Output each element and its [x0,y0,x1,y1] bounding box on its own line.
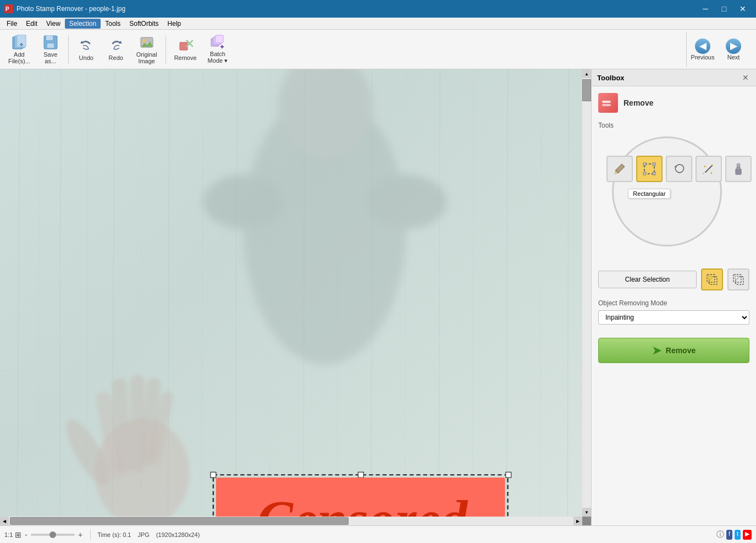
stamp-tool-button[interactable] [725,156,752,182]
svg-rect-53 [358,472,363,478]
window-title: Photo Stamp Remover - people-1.jpg [16,5,125,13]
redo-button[interactable]: Redo [102,32,130,67]
scroll-up-arrow[interactable]: ▲ [582,69,591,78]
tools-row: Rectangular ✦ [606,156,752,182]
photo-scene: Censored [0,69,582,517]
scroll-down-arrow[interactable]: ▼ [582,508,591,517]
toolbar-sep-2 [165,35,166,64]
zoom-plus-button[interactable]: + [77,530,84,539]
original-image-button[interactable]: Original Image [131,32,162,67]
undo-icon [79,38,94,53]
remove-action-button[interactable]: ➤ Remove [598,338,749,363]
svg-rect-64 [653,163,655,166]
add-files-label2: File(s)... [8,58,30,64]
add-selection-button[interactable] [701,268,723,290]
format-display: JPG [137,531,149,538]
canvas-area[interactable]: Censored ▲ ▼ ◀ ▶ [0,69,591,525]
window-controls[interactable]: ─ □ ✕ [697,3,752,14]
title-bar: P Photo Stamp Remover - people-1.jpg ─ □… [0,0,756,18]
zoom-slider[interactable] [31,534,75,536]
svg-rect-17 [216,35,223,43]
status-bar: 1:1 ⊞ - + Time (s): 0.1 JPG (1920x1280x2… [0,525,756,543]
toolbar: Add File(s)... Save as... [0,30,756,69]
redo-icon [108,38,124,53]
scroll-thumb-v[interactable] [582,79,591,101]
svg-marker-69 [711,164,713,166]
svg-rect-74 [737,167,740,170]
previous-button[interactable]: ◀ Previous [688,32,718,67]
pencil-tool-button[interactable] [606,156,633,182]
svg-point-75 [737,163,740,167]
horizontal-scrollbar[interactable]: ◀ ▶ [0,517,582,525]
remove-section: Remove [598,93,749,113]
save-as-label2: as... [45,58,56,64]
youtube-icon[interactable]: ▶ [743,530,752,540]
svg-text:P: P [5,6,9,12]
save-as-icon [43,35,58,50]
rect-tool-button[interactable]: Rectangular [636,156,663,182]
toolbox-header: Toolbox ✕ [592,69,756,86]
object-removing-section: Object Removing Mode Inpainting [598,299,749,333]
zoom-thumb[interactable] [49,531,56,538]
remove-label: Remove [174,54,197,61]
menu-edit[interactable]: Edit [21,19,42,29]
app-icon: P [4,4,13,13]
image-container: Censored [0,69,582,517]
svg-rect-81 [735,276,738,279]
svg-point-42 [203,175,284,229]
undo-button[interactable]: Undo [72,32,101,67]
menu-tools[interactable]: Tools [101,19,125,29]
svg-text:✦: ✦ [702,172,704,175]
toolbox-close-button[interactable]: ✕ [741,73,751,83]
next-label: Next [727,54,740,61]
scroll-thumb-h[interactable] [10,517,349,525]
batch-mode-icon [210,34,225,50]
facebook-icon[interactable]: f [726,530,732,540]
svg-rect-66 [653,172,655,175]
inpainting-dropdown[interactable]: Inpainting [598,310,749,325]
remove-selection-button[interactable] [727,268,749,290]
add-files-label: Add [14,51,25,58]
menu-help[interactable]: Help [163,19,186,29]
scroll-track-h[interactable] [9,517,573,525]
clear-selection-button[interactable]: Clear Selection [598,271,697,288]
lasso-tool-button[interactable] [666,156,692,182]
svg-rect-78 [709,276,711,279]
menu-view[interactable]: View [42,19,65,29]
toolbar-group-file: Add File(s)... Save as... [3,32,65,67]
batch-mode-button[interactable]: Batch Mode ▾ [203,32,233,67]
menu-file[interactable]: File [2,19,21,29]
undo-label: Undo [79,54,93,61]
minimize-button[interactable]: ─ [697,3,714,14]
remove-button[interactable]: Remove [169,32,202,67]
toolbox-title: Toolbox [597,74,625,82]
scroll-right-arrow[interactable]: ▶ [573,517,582,525]
scroll-left-arrow[interactable]: ◀ [0,517,9,525]
active-tool-label: Rectangular [628,189,670,199]
nav-buttons: ◀ Previous ▶ Next [688,32,748,67]
twitter-icon[interactable]: t [735,530,741,540]
add-files-button[interactable]: Add File(s)... [3,32,35,67]
object-removing-label: Object Removing Mode [598,299,749,307]
vertical-scrollbar[interactable]: ▲ ▼ [582,69,591,517]
remove-arrow-icon: ➤ [652,344,661,357]
wand-tool-button[interactable]: ✦ ✦ ✦ [696,156,722,182]
svg-point-67 [675,166,677,168]
main-layout: Censored ▲ ▼ ◀ ▶ Toolbox ✕ [0,69,756,525]
menu-selection[interactable]: Selection [65,19,101,29]
menu-softorbits[interactable]: SoftOrbits [125,19,163,29]
batch-mode-label2: Mode ▾ [208,57,228,64]
zoom-minus-button[interactable]: - [24,530,29,539]
toolbar-group-remove: Remove Batch Mode ▾ [169,32,233,67]
info-icon[interactable]: ⓘ [716,530,724,540]
maximize-button[interactable]: □ [715,3,733,14]
toolbar-group-edit: Undo Redo Original Image [72,32,162,67]
batch-mode-label: Batch [210,51,225,57]
next-button[interactable]: ▶ Next [719,32,748,67]
svg-rect-9 [47,43,54,48]
close-button[interactable]: ✕ [734,3,752,14]
previous-label: Previous [691,54,715,61]
scroll-track-v[interactable] [582,78,591,508]
svg-text:✦: ✦ [710,171,713,175]
save-as-button[interactable]: Save as... [36,32,65,67]
